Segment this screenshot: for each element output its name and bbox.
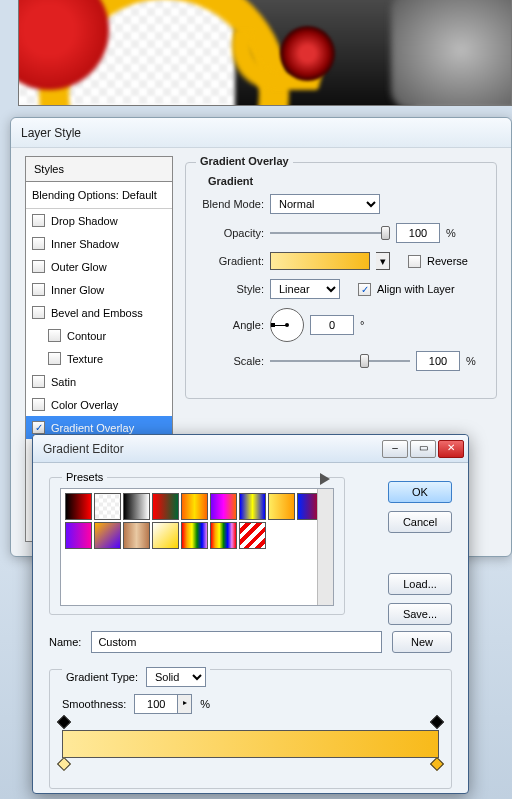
style-label: Color Overlay [51,399,118,411]
styles-header[interactable]: Styles [26,157,172,182]
gradient-bar[interactable] [62,730,439,758]
ok-button[interactable]: OK [388,481,452,503]
inner-legend: Gradient [204,175,257,187]
style-row-inner-glow[interactable]: Inner Glow [26,278,172,301]
smoothness-label: Smoothness: [62,698,126,710]
angle-input[interactable] [310,315,354,335]
preset-swatch[interactable] [239,522,266,549]
style-label: Inner Shadow [51,238,119,250]
layer-style-title[interactable]: Layer Style [11,118,511,148]
preset-swatch[interactable] [65,522,92,549]
minimize-button[interactable]: – [382,440,408,458]
style-checkbox[interactable] [32,237,45,250]
presets-legend: Presets [62,471,107,483]
style-label: Outer Glow [51,261,107,273]
reverse-checkbox[interactable] [408,255,421,268]
pct: % [446,227,456,239]
style-checkbox[interactable] [32,283,45,296]
new-button[interactable]: New [392,631,452,653]
gradient-label: Gradient: [200,255,264,267]
save-button[interactable]: Save... [388,603,452,625]
preset-swatch[interactable] [123,522,150,549]
scale-input[interactable] [416,351,460,371]
preset-scrollbar[interactable] [317,489,333,605]
preset-swatch[interactable] [210,522,237,549]
gradient-inner: Gradient Blend Mode: Normal Opacity: % G… [200,183,482,371]
style-checkbox[interactable] [48,329,61,342]
reverse-label: Reverse [427,255,468,267]
style-label: Gradient Overlay [51,422,134,434]
presets-menu-icon[interactable] [320,473,332,485]
style-row-outer-glow[interactable]: Outer Glow [26,255,172,278]
maximize-button[interactable]: ▭ [410,440,436,458]
preset-swatch[interactable] [94,522,121,549]
scale-label: Scale: [200,355,264,367]
style-checkbox[interactable] [48,352,61,365]
preset-swatch[interactable] [268,493,295,520]
gradient-overlay-group: Gradient Overlay Gradient Blend Mode: No… [185,162,497,399]
preset-swatch[interactable] [65,493,92,520]
preset-grid [60,488,334,606]
align-label: Align with Layer [377,283,455,295]
opacity-input[interactable] [396,223,440,243]
color-stop-right[interactable] [432,759,442,771]
style-label: Bevel and Emboss [51,307,143,319]
style-row-texture[interactable]: Texture [26,347,172,370]
style-row-inner-shadow[interactable]: Inner Shadow [26,232,172,255]
opacity-stop-left[interactable] [59,717,69,729]
preset-swatch[interactable] [123,493,150,520]
blend-mode-label: Blend Mode: [200,198,264,210]
scale-slider[interactable] [270,353,410,369]
smoothness-input[interactable] [134,694,178,714]
opacity-stop-right[interactable] [432,717,442,729]
style-checkbox[interactable] [32,214,45,227]
preset-swatch[interactable] [181,493,208,520]
close-button[interactable]: ✕ [438,440,464,458]
angle-dial[interactable] [270,308,304,342]
gradient-dropdown[interactable]: ▾ [376,252,390,270]
opacity-slider[interactable] [270,225,390,241]
style-row-contour[interactable]: Contour [26,324,172,347]
gradient-type-select[interactable]: Solid [146,667,206,687]
gradient-editor-dialog: Gradient Editor – ▭ ✕ Presets OK Cancel … [32,434,469,794]
preset-swatch[interactable] [94,493,121,520]
preset-swatch[interactable] [210,493,237,520]
style-label: Texture [67,353,103,365]
align-checkbox[interactable] [358,283,371,296]
style-label: Drop Shadow [51,215,118,227]
load-button[interactable]: Load... [388,573,452,595]
preset-swatch[interactable] [239,493,266,520]
style-row-color-overlay[interactable]: Color Overlay [26,393,172,416]
preset-swatch[interactable] [152,493,179,520]
preset-swatch[interactable] [152,522,179,549]
style-row-satin[interactable]: Satin [26,370,172,393]
style-checkbox[interactable] [32,306,45,319]
blend-mode-select[interactable]: Normal [270,194,380,214]
style-select[interactable]: Linear [270,279,340,299]
preset-swatch[interactable] [181,522,208,549]
name-label: Name: [49,636,81,648]
style-row-bevel-and-emboss[interactable]: Bevel and Emboss [26,301,172,324]
style-checkbox[interactable] [32,398,45,411]
opacity-label: Opacity: [200,227,264,239]
cancel-button[interactable]: Cancel [388,511,452,533]
angle-label: Angle: [200,319,264,331]
blending-options-row[interactable]: Blending Options: Default [26,182,172,209]
style-label: Satin [51,376,76,388]
gradient-preview[interactable] [270,252,370,270]
gradient-type-group: Gradient Type: Solid Smoothness: ▸ % [49,669,452,789]
deg: ° [360,319,364,331]
style-label: Contour [67,330,106,342]
group-legend: Gradient Overlay [196,155,293,167]
style-checkbox[interactable] [32,421,45,434]
gradient-editor-title: Gradient Editor [43,442,380,456]
style-checkbox[interactable] [32,375,45,388]
canvas-backdrop [18,0,512,106]
smoothness-stepper[interactable]: ▸ [178,694,192,714]
style-checkbox[interactable] [32,260,45,273]
name-input[interactable] [91,631,382,653]
presets-group: Presets [49,477,345,615]
color-stop-left[interactable] [59,759,69,771]
gradient-editor-titlebar[interactable]: Gradient Editor – ▭ ✕ [33,435,468,463]
style-row-drop-shadow[interactable]: Drop Shadow [26,209,172,232]
